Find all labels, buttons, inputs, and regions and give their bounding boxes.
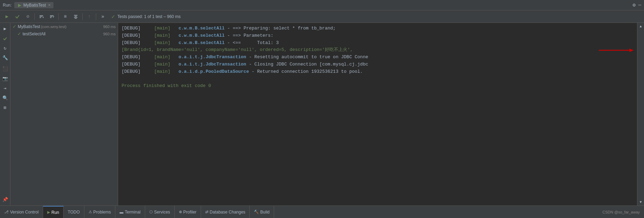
tab-profiler[interactable]: ⊕ Profiler xyxy=(175,206,201,218)
log-prefix-7: [DEBUG] xyxy=(122,69,141,74)
minimize-button[interactable]: ─ xyxy=(638,2,641,8)
separator-2 xyxy=(58,13,59,20)
sidebar-pin-icon[interactable]: 📌 xyxy=(1,195,10,204)
suite-time: 960 ms xyxy=(103,25,116,29)
stop-button[interactable]: ⊘ xyxy=(23,12,33,21)
log-class-3: c.w.m.B.selectAll xyxy=(179,40,225,45)
suite-name: MyBatisTest xyxy=(18,24,40,29)
toolbar: ▶ ⊘ ≡ ↑ » ✓ Te xyxy=(0,10,644,23)
test-status: ✓ Tests passed: 1 of 1 test – 960 ms xyxy=(111,14,181,19)
log-line-1: [DEBUG] [main] c.w.m.B.selectAll - ==> P… xyxy=(122,25,634,32)
up-button[interactable]: ↑ xyxy=(84,12,94,21)
separator-4 xyxy=(96,13,96,20)
sort-asc-button[interactable] xyxy=(36,12,46,21)
test-status-text: Tests passed: 1 of 1 test – 960 ms xyxy=(117,14,181,19)
settings-icon[interactable]: ⚙ xyxy=(633,2,635,8)
run-tab[interactable]: ▶ MyBatisTest ✕ xyxy=(14,2,53,8)
tab-terminal[interactable]: ▬ Terminal xyxy=(115,206,145,218)
sidebar-import-icon[interactable]: ⇥ xyxy=(1,84,10,93)
csdn-watermark: CSDN @so_far_away xyxy=(602,210,644,214)
scroll-down-button[interactable]: ▼ xyxy=(638,199,644,205)
log-tag-7: [main] xyxy=(154,69,171,74)
tab-close-icon[interactable]: ✕ xyxy=(48,3,51,7)
services-label: Services xyxy=(154,210,170,215)
log-spacer xyxy=(122,76,634,83)
log-line-7: [DEBUG] [main] o.a.i.d.p.PooledDataSourc… xyxy=(122,68,634,76)
sidebar-camera-icon[interactable]: 📷 xyxy=(1,74,10,83)
process-exit-text: Process finished with exit code 0 xyxy=(122,83,211,88)
log-line-5: [DEBUG] [main] o.a.i.t.j.JdbcTransaction… xyxy=(122,54,634,61)
sort-desc-button[interactable] xyxy=(47,12,57,21)
align-center-button[interactable] xyxy=(71,12,81,21)
log-line-3: [DEBUG] [main] c.w.m.B.selectAll - <== T… xyxy=(122,40,634,47)
suite-pkg: (com.wmy.test) xyxy=(41,25,67,29)
build-label: Build xyxy=(260,210,270,215)
run-label: Run: xyxy=(3,3,11,8)
tab-version-control[interactable]: ⎇ Version Control xyxy=(0,206,43,218)
log-msg-5: - Resetting autocommit to true on JDBC C… xyxy=(249,54,368,60)
log-line-2: [DEBUG] [main] c.w.m.B.selectAll - ==> P… xyxy=(122,32,634,40)
log-prefix-1: [DEBUG] xyxy=(122,26,141,31)
tab-problems[interactable]: ⚠ Problems xyxy=(84,206,116,218)
services-icon: ⬡ xyxy=(149,210,153,214)
more-button[interactable]: » xyxy=(98,12,108,21)
align-left-button[interactable]: ≡ xyxy=(60,12,70,21)
tab-services[interactable]: ⬡ Services xyxy=(145,206,175,218)
log-class-1: c.w.m.B.selectAll xyxy=(179,26,225,31)
log-line-4: [Brand{id=1, brandName='null', companyNa… xyxy=(122,46,634,54)
problems-label: Problems xyxy=(93,210,111,215)
log-tag-5: [main] xyxy=(154,54,171,60)
tab-todo[interactable]: TODO xyxy=(64,206,84,218)
db-changes-label: Database Changes xyxy=(210,210,246,215)
tab-database-changes[interactable]: ⇄ Database Changes xyxy=(201,206,250,218)
sidebar-check-icon[interactable] xyxy=(1,34,10,43)
terminal-icon: ▬ xyxy=(119,210,123,214)
db-changes-icon: ⇄ xyxy=(205,210,208,214)
test-tree-panel: ✓ MyBatisTest (com.wmy.test) 960 ms ✓ te… xyxy=(10,23,118,206)
tree-suite-item[interactable]: ✓ MyBatisTest (com.wmy.test) 960 ms xyxy=(10,23,118,30)
log-tag-3: [main] xyxy=(154,40,171,45)
check-button[interactable] xyxy=(13,12,22,21)
log-prefix-2: [DEBUG] xyxy=(122,33,141,38)
build-icon: 🔨 xyxy=(254,210,259,214)
todo-label: TODO xyxy=(68,210,80,215)
sidebar-stop-icon[interactable]: ⬛ xyxy=(1,64,10,73)
log-tag-1: [main] xyxy=(154,26,171,31)
sidebar-search-icon[interactable]: 🔍 xyxy=(1,94,10,103)
problems-icon: ⚠ xyxy=(89,210,92,214)
log-brand-text: [Brand{id=1, brandName='null', companyNa… xyxy=(122,46,353,54)
main-content: ▶ ↻ 🔧 ⬛ 📷 ⇥ 🔍 ⊞ 📌 ✓ MyBatisTest (com.wmy… xyxy=(0,23,644,206)
tab-name: MyBatisTest xyxy=(23,3,46,8)
separator-3 xyxy=(82,13,83,20)
log-msg-1: - ==> Preparing: select * from tb_brand; xyxy=(227,26,336,31)
sidebar-refresh-icon[interactable]: ↻ xyxy=(1,44,10,53)
log-tag-6: [main] xyxy=(154,62,171,67)
log-prefix-6: [DEBUG] xyxy=(122,62,141,67)
run-tab-label: Run xyxy=(51,210,59,215)
log-msg-6: - Closing JDBC Connection [com.mysql.cj.… xyxy=(249,62,368,67)
log-class-7: o.a.i.d.p.PooledDataSource xyxy=(179,69,249,74)
terminal-label: Terminal xyxy=(125,210,140,215)
tab-run[interactable]: ▶ Run xyxy=(43,206,64,218)
log-area[interactable]: [DEBUG] [main] c.w.m.B.selectAll - ==> P… xyxy=(118,23,637,206)
log-prefix-5: [DEBUG] xyxy=(122,54,141,60)
right-scrollbar[interactable]: ▲ ▼ xyxy=(637,23,644,206)
play-button[interactable]: ▶ xyxy=(2,12,12,21)
sidebar-run-icon[interactable]: ▶ xyxy=(1,24,10,33)
separator-1 xyxy=(34,13,35,20)
sidebar-grid-icon[interactable]: ⊞ xyxy=(1,103,10,112)
tab-build[interactable]: 🔨 Build xyxy=(250,206,274,218)
svg-marker-11 xyxy=(629,49,634,52)
tree-test-item[interactable]: ✓ testSelectAll 960 ms xyxy=(10,30,118,37)
log-msg-2: - ==> Parameters: xyxy=(227,33,273,38)
log-msg-7: - Returned connection 1932536213 to pool… xyxy=(252,69,363,74)
log-tag-2: [main] xyxy=(154,33,171,38)
profiler-label: Profiler xyxy=(183,210,197,215)
version-control-label: Version Control xyxy=(10,210,39,215)
sidebar-wrench-icon[interactable]: 🔧 xyxy=(1,53,10,62)
top-bar: Run: ▶ MyBatisTest ✕ ⚙ ─ xyxy=(0,0,644,10)
test-time: 960 ms xyxy=(103,32,116,36)
scroll-up-button[interactable]: ▲ xyxy=(638,24,644,29)
log-prefix-3: [DEBUG] xyxy=(122,40,141,45)
tab-play-icon: ▶ xyxy=(17,3,22,8)
